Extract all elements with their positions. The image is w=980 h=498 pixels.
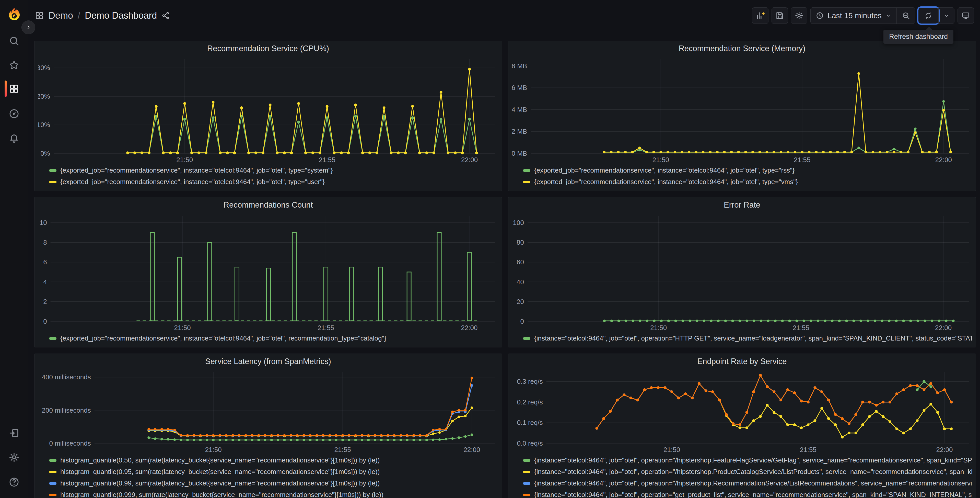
legend-swatch (49, 459, 56, 462)
legend-label[interactable]: {instance="otelcol:9464", job="otel", op… (534, 468, 972, 476)
panel-title[interactable]: Recommendations Count (224, 200, 313, 210)
add-panel-button[interactable] (752, 7, 768, 24)
legend-label[interactable]: {exported_job="recommendationservice", i… (60, 166, 333, 174)
legend-item: histogram_quantile(0.99, sum(rate(latenc… (49, 477, 498, 489)
legend-item: {instance="otelcol:9464", job="otel", op… (523, 489, 972, 498)
chart-svg: 21:5021:5522:000%10%20%30% (38, 55, 498, 164)
save-dashboard-button[interactable] (772, 7, 788, 24)
svg-text:10: 10 (40, 219, 47, 227)
legend-label[interactable]: {exported_job="recommendationservice", i… (534, 178, 798, 186)
sidebar-item-preferences[interactable] (6, 449, 22, 466)
svg-text:21:50: 21:50 (205, 446, 222, 453)
legend-swatch (49, 337, 56, 340)
time-range-picker[interactable]: Last 15 minutes (811, 8, 896, 24)
apps-icon (35, 11, 44, 20)
zoom-out-button[interactable] (896, 8, 915, 24)
chart-area[interactable]: 21:5021:5522:000.0 req/s0.1 req/s0.2 req… (512, 368, 972, 454)
breadcrumb-current[interactable]: Demo Dashboard (85, 10, 157, 21)
legend-item: {exported_job="recommendationservice", i… (523, 164, 972, 176)
panel-title[interactable]: Endpoint Rate by Service (697, 357, 787, 366)
refresh-group (918, 7, 955, 24)
legend-label[interactable]: histogram_quantile(0.999, sum(rate(laten… (60, 491, 383, 498)
svg-text:20%: 20% (38, 93, 50, 100)
refresh-tooltip: Refresh dashboard (883, 30, 953, 44)
share-icon[interactable] (161, 11, 170, 20)
svg-text:400 milliseconds: 400 milliseconds (42, 373, 91, 381)
sidebar-expand-button[interactable] (21, 21, 35, 34)
legend-label[interactable]: histogram_quantile(0.95, sum(rate(latenc… (60, 468, 380, 476)
svg-text:2 MB: 2 MB (512, 128, 527, 135)
svg-text:0 MB: 0 MB (512, 150, 527, 157)
sidebar-item-help[interactable] (6, 474, 22, 490)
legend-label[interactable]: histogram_quantile(0.50, sum(rate(latenc… (60, 456, 380, 464)
refresh-button[interactable] (918, 8, 939, 24)
chart-area[interactable]: 21:5021:5522:000 milliseconds200 millise… (38, 368, 498, 454)
svg-text:21:55: 21:55 (793, 324, 809, 332)
legend-label[interactable]: histogram_quantile(0.99, sum(rate(latenc… (60, 479, 380, 487)
dashboard-settings-button[interactable] (791, 7, 807, 24)
chart-area[interactable]: 21:5021:5522:00020406080100 (512, 212, 972, 332)
legend-label[interactable]: {instance="otelcol:9464", job="otel", op… (534, 491, 972, 498)
help-icon (9, 477, 19, 487)
chart-svg: 21:5021:5522:000 MB2 MB4 MB6 MB8 MB (512, 55, 972, 164)
sidebar-item-dashboards[interactable] (6, 81, 22, 97)
panel: Error Rate 21:5021:5522:00020406080100 {… (508, 197, 976, 348)
svg-text:21:55: 21:55 (318, 324, 334, 332)
legend-label[interactable]: {exported_job="recommendationservice", i… (60, 178, 325, 186)
svg-text:20: 20 (517, 298, 524, 305)
svg-text:22:00: 22:00 (935, 156, 952, 164)
panel-header: Service Latency (from SpanMetrics) (38, 355, 498, 368)
svg-text:21:50: 21:50 (176, 156, 193, 164)
svg-text:22:00: 22:00 (461, 156, 478, 164)
chart-svg: 21:5021:5522:000 milliseconds200 millise… (38, 368, 498, 454)
tv-mode-button[interactable] (958, 7, 974, 24)
panel-title[interactable]: Recommendation Service (Memory) (679, 44, 805, 53)
svg-text:8: 8 (43, 238, 47, 246)
legend-swatch (523, 471, 530, 473)
svg-text:100: 100 (513, 219, 524, 227)
legend-item: {instance="otelcol:9464", job="otel", op… (523, 455, 972, 466)
panel: Recommendation Service (Memory) 21:5021:… (508, 41, 976, 191)
panel-title[interactable]: Error Rate (724, 200, 760, 210)
breadcrumb-parent[interactable]: Demo (49, 10, 73, 21)
legend-label[interactable]: {exported_job="recommendationservice", i… (60, 334, 386, 342)
panel-title[interactable]: Service Latency (from SpanMetrics) (205, 357, 331, 366)
sidebar-item-search[interactable] (6, 33, 22, 49)
star-icon (9, 60, 19, 70)
legend-swatch (49, 181, 56, 183)
svg-text:22:00: 22:00 (936, 446, 953, 453)
svg-text:0.3 req/s: 0.3 req/s (517, 378, 543, 385)
legend-swatch (49, 169, 56, 172)
grafana-logo-icon[interactable] (6, 6, 22, 23)
chart-svg: 21:5021:5522:00020406080100 (512, 212, 972, 332)
svg-text:8 MB: 8 MB (512, 62, 527, 70)
legend-label[interactable]: {instance="otelcol:9464", job="otel", op… (534, 479, 972, 487)
chart-area[interactable]: 21:5021:5522:000246810 (38, 212, 498, 332)
apps-icon (9, 83, 19, 94)
legend-label[interactable]: {instance="otelcol:9464", job="otel", op… (534, 334, 972, 342)
sidebar-item-sign-in[interactable] (6, 425, 22, 441)
panel-title[interactable]: Recommendation Service (CPU%) (207, 44, 329, 53)
svg-text:0: 0 (520, 318, 524, 325)
svg-text:4: 4 (43, 278, 47, 286)
legend-swatch (523, 482, 530, 485)
legend-swatch (523, 169, 530, 172)
legend-label[interactable]: {exported_job="recommendationservice", i… (534, 166, 794, 174)
legend-label[interactable]: {instance="otelcol:9464", job="otel", op… (534, 456, 972, 464)
legend-item: {exported_job="recommendationservice", i… (49, 333, 498, 344)
svg-text:6: 6 (43, 258, 47, 266)
refresh-interval-dropdown[interactable] (939, 8, 954, 24)
chart-area[interactable]: 21:5021:5522:000%10%20%30% (38, 55, 498, 164)
legend: {instance="otelcol:9464", job="otel", op… (512, 332, 972, 345)
chart-area[interactable]: 21:5021:5522:000 MB2 MB4 MB6 MB8 MB (512, 55, 972, 164)
signin-icon (9, 428, 19, 439)
panel: Recommendation Service (CPU%) 21:5021:55… (34, 41, 502, 191)
sidebar-item-alerting[interactable] (6, 130, 22, 146)
sidebar-item-explore[interactable] (6, 105, 22, 122)
sidebar-item-starred[interactable] (6, 57, 22, 73)
svg-text:60: 60 (517, 258, 524, 266)
svg-text:80: 80 (517, 238, 524, 246)
svg-text:0.1 req/s: 0.1 req/s (517, 419, 543, 426)
svg-text:21:50: 21:50 (174, 324, 191, 332)
legend-swatch (49, 494, 56, 496)
